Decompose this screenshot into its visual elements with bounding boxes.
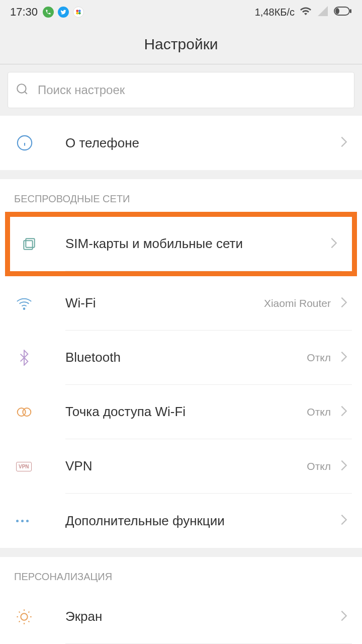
chevron-right-icon xyxy=(340,609,348,625)
display-item[interactable]: Экран xyxy=(0,590,362,644)
vpn-item[interactable]: VPN VPN Откл xyxy=(0,439,362,494)
chevron-right-icon xyxy=(340,458,348,474)
twitter-icon xyxy=(58,7,69,18)
more-label: Дополнительные функции xyxy=(65,513,225,529)
svg-point-2 xyxy=(76,12,78,15)
search-container xyxy=(0,64,362,116)
svg-rect-6 xyxy=(335,8,339,14)
personalization-section-header: ПЕРСОНАЛИЗАЦИЯ xyxy=(0,557,362,590)
status-right: 1,48КБ/с xyxy=(255,5,352,19)
display-icon xyxy=(10,609,65,625)
svg-point-7 xyxy=(17,84,26,93)
display-label: Экран xyxy=(65,609,102,624)
sim-highlight: SIM-карты и мобильные сети xyxy=(5,212,357,276)
bluetooth-item[interactable]: Bluetooth Откл xyxy=(0,331,362,385)
hotspot-value: Откл xyxy=(307,406,331,418)
svg-point-0 xyxy=(76,10,78,12)
chevron-right-icon xyxy=(340,295,348,311)
svg-point-14 xyxy=(24,308,25,309)
svg-point-1 xyxy=(78,10,81,12)
more-icon xyxy=(10,520,65,522)
svg-line-24 xyxy=(19,621,20,622)
svg-line-8 xyxy=(25,92,27,94)
bluetooth-label: Bluetooth xyxy=(65,350,121,365)
about-phone-section: О телефоне xyxy=(0,116,362,170)
hotspot-item[interactable]: Точка доступа Wi-Fi Откл xyxy=(0,385,362,439)
search-box[interactable] xyxy=(8,72,354,108)
status-notification-icons xyxy=(43,7,84,18)
svg-rect-5 xyxy=(350,9,351,13)
hotspot-label: Точка доступа Wi-Fi xyxy=(65,404,186,420)
wifi-icon xyxy=(300,5,312,19)
wifi-label: Wi-Fi xyxy=(65,295,96,311)
hotspot-icon xyxy=(10,404,65,420)
whatsapp-icon xyxy=(43,7,54,18)
app-icon xyxy=(73,7,84,18)
signal-icon xyxy=(317,5,329,19)
wifi-value: Xiaomi Router xyxy=(264,297,331,309)
bluetooth-icon xyxy=(10,350,65,366)
sim-label: SIM-карты и мобильные сети xyxy=(65,236,243,252)
status-left: 17:30 xyxy=(10,6,84,19)
search-icon xyxy=(16,83,29,98)
chevron-right-icon xyxy=(340,135,348,151)
personalization-section: ПЕРСОНАЛИЗАЦИЯ Экран xyxy=(0,557,362,644)
svg-point-16 xyxy=(23,408,31,416)
status-time: 17:30 xyxy=(10,6,38,19)
vpn-icon: VPN xyxy=(10,462,65,471)
wifi-item[interactable]: Wi-Fi Xiaomi Router xyxy=(0,276,362,331)
about-phone-label: О телефоне xyxy=(65,135,139,151)
wifi-icon xyxy=(10,295,65,311)
battery-icon xyxy=(334,7,352,18)
wireless-section: БЕСПРОВОДНЫЕ СЕТИ SIM-карты и мобильные … xyxy=(0,179,362,548)
vpn-label: VPN xyxy=(65,458,92,474)
svg-rect-13 xyxy=(24,240,32,249)
bluetooth-value: Откл xyxy=(307,352,331,364)
sim-icon xyxy=(15,236,65,252)
svg-point-17 xyxy=(21,613,27,620)
data-speed: 1,48КБ/с xyxy=(255,7,295,18)
svg-line-20 xyxy=(19,612,20,613)
svg-point-3 xyxy=(78,12,81,15)
chevron-right-icon xyxy=(340,350,348,366)
svg-line-21 xyxy=(28,621,29,622)
about-phone-item[interactable]: О телефоне xyxy=(0,116,362,170)
more-item[interactable]: Дополнительные функции xyxy=(0,494,362,548)
svg-line-25 xyxy=(28,612,29,613)
vpn-value: Откл xyxy=(307,460,331,472)
svg-rect-12 xyxy=(26,238,34,247)
search-input[interactable] xyxy=(38,83,346,97)
chevron-right-icon xyxy=(340,404,348,420)
chevron-right-icon xyxy=(330,236,338,252)
sim-item[interactable]: SIM-карты и мобильные сети xyxy=(10,217,352,271)
page-title: Настройки xyxy=(144,36,218,53)
chevron-right-icon xyxy=(340,513,348,529)
app-header: Настройки xyxy=(0,24,362,64)
status-bar: 17:30 1,48КБ/с xyxy=(0,0,362,24)
wireless-section-header: БЕСПРОВОДНЫЕ СЕТИ xyxy=(0,179,362,212)
info-icon xyxy=(10,134,65,151)
